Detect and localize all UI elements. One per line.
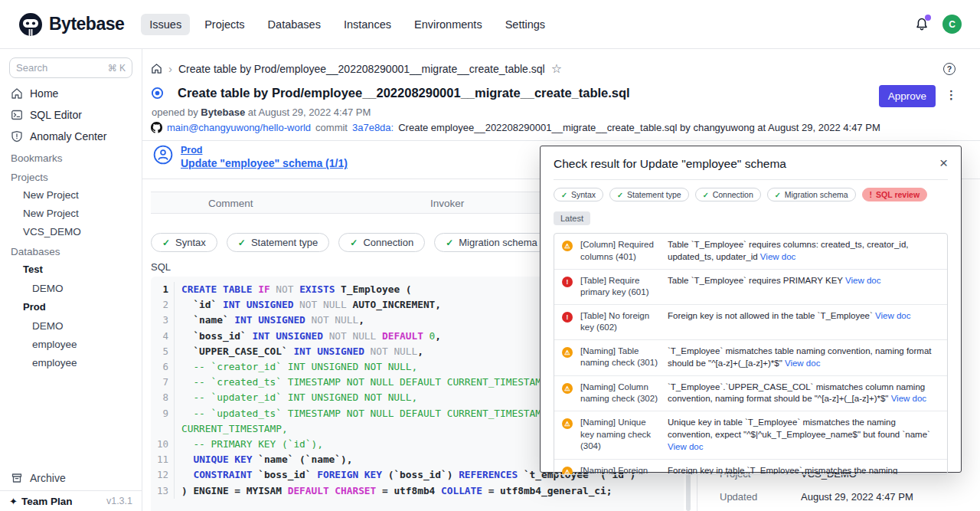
sidebar-database[interactable]: employee: [0, 335, 142, 353]
sidebar-project[interactable]: VCS_DEMO: [0, 222, 142, 241]
nav-issues[interactable]: Issues: [141, 14, 190, 35]
home-icon: [11, 87, 23, 100]
search-box[interactable]: ⌘ K: [9, 57, 132, 78]
notification-bell-icon[interactable]: [915, 17, 929, 32]
sidebar-project[interactable]: New Project: [0, 185, 142, 204]
pill-syntax[interactable]: ✓Syntax: [151, 233, 217, 252]
nav-environments[interactable]: Environments: [406, 14, 491, 35]
column-invoker: Invoker: [430, 198, 464, 209]
check-description: `T_Employee` mismatches table naming con…: [668, 346, 939, 370]
bytebase-logo[interactable]: Bytebase: [18, 12, 124, 37]
opener-name: Bytebase: [201, 106, 245, 118]
line-number: 10: [151, 437, 175, 452]
divider: [142, 140, 980, 141]
nav-instances[interactable]: Instances: [335, 14, 400, 35]
projects-section-label: Projects: [0, 166, 142, 185]
warning-icon: ⚠: [562, 241, 573, 251]
breadcrumb-text[interactable]: Create table by Prod/employee__202208290…: [178, 63, 545, 75]
sparkle-icon: ✦: [9, 496, 18, 507]
check-rule: [Table] Require primary key (601): [580, 275, 660, 299]
sidebar-item-anomaly-center[interactable]: Anomaly Center: [0, 126, 142, 147]
sidebar-project[interactable]: New Project: [0, 204, 142, 222]
top-navbar: Bytebase Issues Projects Databases Insta…: [0, 0, 980, 49]
view-doc-link[interactable]: View doc: [845, 276, 880, 285]
pill-connection[interactable]: ✓Connection: [338, 233, 425, 252]
version-label: v1.3.1: [106, 496, 132, 506]
check-icon: ✓: [617, 191, 623, 199]
pill-syntax: ✓Syntax: [554, 188, 603, 201]
line-number: 11: [151, 452, 175, 467]
vcs-branch-link[interactable]: main@changyuwong/hello-world: [167, 122, 311, 133]
column-comment: Comment: [208, 198, 253, 209]
sidebar: ⌘ K Home SQL Editor Anomaly Center Bookm…: [0, 49, 142, 511]
check-icon: ✓: [162, 237, 170, 248]
check-icon: ✓: [703, 191, 709, 199]
task-name-link[interactable]: Update "employee" schema (1/1): [181, 157, 348, 169]
check-row: ⚠[Naming] Table naming check (301)`T_Emp…: [554, 339, 947, 375]
nav-databases[interactable]: Databases: [260, 14, 329, 35]
sidebar-item-label: SQL Editor: [30, 109, 82, 121]
close-icon[interactable]: ×: [939, 157, 948, 169]
nav-projects[interactable]: Projects: [196, 14, 253, 35]
issue-open-icon: [151, 87, 164, 100]
check-rule: [Column] Required columns (401): [580, 239, 660, 263]
line-number: 3: [151, 313, 175, 328]
view-doc-link[interactable]: View doc: [668, 442, 703, 451]
commit-hash-link[interactable]: 3a7e8da:: [352, 122, 394, 133]
sidebar-item-home[interactable]: Home: [0, 83, 142, 104]
view-doc-link[interactable]: View doc: [891, 394, 926, 403]
approve-button[interactable]: Approve: [879, 85, 936, 107]
nav-settings[interactable]: Settings: [497, 14, 554, 35]
search-input[interactable]: [16, 62, 87, 74]
sidebar-database[interactable]: DEMO: [0, 279, 142, 297]
plan-name: Team Plan: [21, 496, 73, 507]
sql-section-label: SQL: [151, 261, 171, 273]
sql-line-text: ) ENGINE = MYISAM DEFAULT CHARSET = utf8…: [181, 483, 612, 499]
main-nav: Issues Projects Databases Instances Envi…: [141, 14, 554, 35]
task-env-link[interactable]: Prod: [181, 145, 348, 156]
view-doc-link[interactable]: View doc: [785, 359, 820, 368]
check-description: `T_Employee`.`UPPER_CASE_COL` mismatches…: [668, 382, 939, 406]
sql-line-text: CURRENT_TIMESTAMP,: [181, 421, 288, 437]
avatar[interactable]: C: [942, 15, 962, 34]
pill-migration-schema[interactable]: ✓Migration schema: [434, 233, 549, 252]
check-result-modal: Check result for Update "employee" schem…: [540, 146, 962, 473]
line-number: 9: [151, 406, 175, 421]
plan-bar[interactable]: ✦ Team Plan v1.3.1: [0, 490, 142, 511]
check-icon: ✓: [561, 191, 567, 199]
pill-statement-type[interactable]: ✓Statement type: [227, 233, 330, 252]
sidebar-item-archive[interactable]: Archive: [0, 466, 142, 490]
latest-button[interactable]: Latest: [554, 211, 590, 225]
sql-line-text: CREATE TABLE IF NOT EXISTS T_Employee (: [181, 282, 412, 297]
divider: [554, 179, 948, 180]
commit-message: Create employee__202208290001__migrate__…: [398, 122, 880, 133]
vcs-commit-row: main@changyuwong/hello-world commit 3a7e…: [151, 122, 880, 133]
warning-icon: ⚠: [562, 347, 573, 358]
task-card[interactable]: Prod Update "employee" schema (1/1): [153, 145, 348, 169]
modal-title: Check result for Update "employee" schem…: [554, 157, 786, 171]
view-doc-link[interactable]: View doc: [875, 311, 910, 320]
check-row: ![Table] No foreign key (602)Foreign key…: [554, 304, 947, 339]
line-number: 12: [151, 467, 175, 483]
star-icon[interactable]: ☆: [551, 61, 562, 76]
kebab-menu-icon[interactable]: ⋮: [946, 88, 958, 102]
line-number: 13: [151, 483, 175, 499]
sidebar-item-label: Anomaly Center: [30, 130, 106, 142]
line-number: [151, 421, 175, 437]
home-breadcrumb-icon[interactable]: [151, 63, 162, 74]
help-icon[interactable]: ?: [943, 63, 956, 75]
sidebar-env-prod: Prod: [0, 297, 142, 316]
warning-icon: ⚠: [562, 383, 573, 394]
view-doc-link[interactable]: View doc: [760, 252, 795, 261]
breadcrumb: › Create table by Prod/employee__2022082…: [151, 61, 562, 76]
sidebar-item-sql-editor[interactable]: SQL Editor: [0, 104, 142, 126]
bytebase-logo-icon: [18, 12, 43, 37]
check-icon: ✓: [446, 237, 453, 248]
sidebar-database[interactable]: DEMO: [0, 316, 142, 335]
sidebar-database[interactable]: employee: [0, 353, 142, 372]
issue-byline: opened by Bytebase at August 29, 2022 4:…: [152, 106, 371, 118]
error-icon: !: [562, 277, 573, 287]
check-rule: [Naming] Table naming check (301): [580, 346, 660, 369]
search-shortcut: ⌘ K: [108, 63, 126, 74]
warning-icon: ⚠: [562, 418, 573, 429]
